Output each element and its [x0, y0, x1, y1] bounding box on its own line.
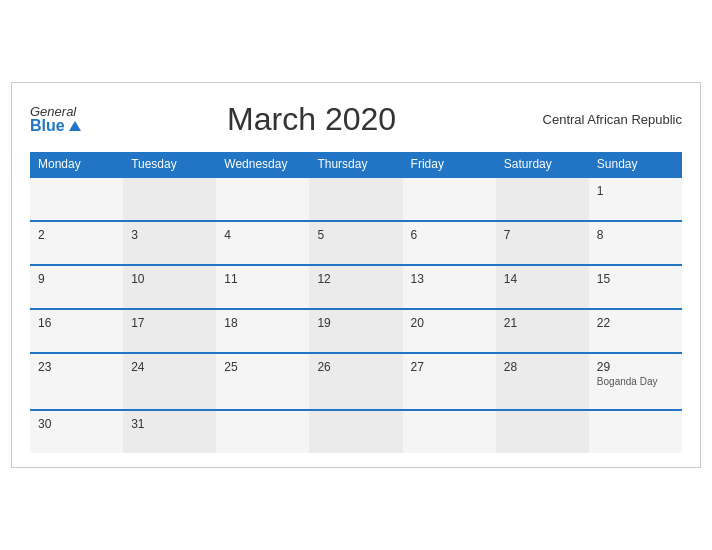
calendar-day-cell [123, 177, 216, 221]
header-wednesday: Wednesday [216, 152, 309, 177]
calendar-day-cell: 6 [403, 221, 496, 265]
calendar-day-cell: 21 [496, 309, 589, 353]
calendar-week-row: 16171819202122 [30, 309, 682, 353]
header-saturday: Saturday [496, 152, 589, 177]
calendar-day-cell: 16 [30, 309, 123, 353]
day-number: 25 [224, 360, 301, 374]
calendar-day-cell: 28 [496, 353, 589, 410]
day-number: 14 [504, 272, 581, 286]
calendar-grid: Monday Tuesday Wednesday Thursday Friday… [30, 152, 682, 453]
calendar-day-cell: 25 [216, 353, 309, 410]
calendar-day-cell: 1 [589, 177, 682, 221]
calendar-container: General Blue March 2020 Central African … [11, 82, 701, 468]
logo-blue-text: Blue [30, 118, 81, 134]
calendar-day-cell: 13 [403, 265, 496, 309]
day-number: 19 [317, 316, 394, 330]
logo: General Blue [30, 105, 81, 134]
calendar-day-cell [403, 410, 496, 453]
calendar-day-cell: 31 [123, 410, 216, 453]
calendar-day-cell: 12 [309, 265, 402, 309]
day-number: 26 [317, 360, 394, 374]
calendar-day-cell: 4 [216, 221, 309, 265]
day-number: 4 [224, 228, 301, 242]
calendar-day-cell: 17 [123, 309, 216, 353]
calendar-day-cell: 30 [30, 410, 123, 453]
day-number: 20 [411, 316, 488, 330]
day-number: 31 [131, 417, 208, 431]
calendar-day-cell: 27 [403, 353, 496, 410]
day-number: 6 [411, 228, 488, 242]
calendar-day-cell [216, 177, 309, 221]
calendar-day-cell [30, 177, 123, 221]
calendar-day-cell: 22 [589, 309, 682, 353]
calendar-week-row: 3031 [30, 410, 682, 453]
calendar-day-cell: 24 [123, 353, 216, 410]
calendar-day-cell: 8 [589, 221, 682, 265]
day-number: 23 [38, 360, 115, 374]
calendar-day-cell [496, 410, 589, 453]
calendar-day-cell: 23 [30, 353, 123, 410]
calendar-day-cell: 29Boganda Day [589, 353, 682, 410]
day-number: 24 [131, 360, 208, 374]
day-number: 10 [131, 272, 208, 286]
calendar-day-cell: 5 [309, 221, 402, 265]
calendar-country: Central African Republic [543, 112, 682, 127]
calendar-day-cell: 14 [496, 265, 589, 309]
calendar-day-cell [403, 177, 496, 221]
calendar-title: March 2020 [81, 101, 543, 138]
calendar-day-cell: 9 [30, 265, 123, 309]
day-number: 8 [597, 228, 674, 242]
day-number: 22 [597, 316, 674, 330]
day-number: 12 [317, 272, 394, 286]
day-number: 16 [38, 316, 115, 330]
calendar-day-cell: 3 [123, 221, 216, 265]
day-number: 21 [504, 316, 581, 330]
calendar-week-row: 2345678 [30, 221, 682, 265]
day-number: 1 [597, 184, 674, 198]
calendar-day-cell: 26 [309, 353, 402, 410]
header-thursday: Thursday [309, 152, 402, 177]
day-number: 17 [131, 316, 208, 330]
day-number: 18 [224, 316, 301, 330]
calendar-day-cell: 20 [403, 309, 496, 353]
calendar-day-cell [496, 177, 589, 221]
header-sunday: Sunday [589, 152, 682, 177]
calendar-header: General Blue March 2020 Central African … [30, 101, 682, 138]
calendar-week-row: 1 [30, 177, 682, 221]
calendar-day-cell: 10 [123, 265, 216, 309]
calendar-day-cell: 2 [30, 221, 123, 265]
day-number: 28 [504, 360, 581, 374]
day-number: 27 [411, 360, 488, 374]
calendar-day-cell [309, 410, 402, 453]
calendar-week-row: 23242526272829Boganda Day [30, 353, 682, 410]
calendar-day-cell: 15 [589, 265, 682, 309]
calendar-day-cell [589, 410, 682, 453]
day-event-label: Boganda Day [597, 376, 674, 387]
calendar-day-cell: 19 [309, 309, 402, 353]
day-number: 9 [38, 272, 115, 286]
calendar-week-row: 9101112131415 [30, 265, 682, 309]
day-number: 30 [38, 417, 115, 431]
header-monday: Monday [30, 152, 123, 177]
header-friday: Friday [403, 152, 496, 177]
day-number: 2 [38, 228, 115, 242]
day-number: 11 [224, 272, 301, 286]
day-number: 13 [411, 272, 488, 286]
day-number: 29 [597, 360, 674, 374]
logo-triangle-icon [69, 121, 81, 131]
day-number: 5 [317, 228, 394, 242]
calendar-day-cell: 11 [216, 265, 309, 309]
calendar-day-cell [216, 410, 309, 453]
weekday-header-row: Monday Tuesday Wednesday Thursday Friday… [30, 152, 682, 177]
day-number: 15 [597, 272, 674, 286]
calendar-day-cell: 7 [496, 221, 589, 265]
calendar-day-cell [309, 177, 402, 221]
day-number: 3 [131, 228, 208, 242]
calendar-day-cell: 18 [216, 309, 309, 353]
header-tuesday: Tuesday [123, 152, 216, 177]
day-number: 7 [504, 228, 581, 242]
